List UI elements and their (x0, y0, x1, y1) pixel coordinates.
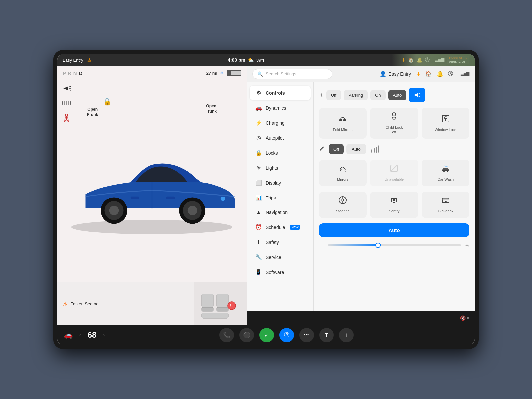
charging-nav-icon: ⚡ (255, 120, 262, 126)
child-lock-label: Child Lockoff (386, 125, 403, 135)
window-lock-card[interactable]: Window Lock (422, 108, 469, 139)
header-right: 👤 Easy Entry ⬇ 🏠 🔔 Ⓑ ▁▃▅▇ (380, 71, 469, 77)
wiper-speed-4[interactable] (378, 145, 379, 153)
sidebar-item-software[interactable]: 📱Software (250, 265, 311, 279)
locks-nav-label: Locks (266, 150, 278, 156)
profile-icon-header: 👤 (380, 71, 386, 77)
lights-parking-btn[interactable]: Parking (344, 90, 368, 100)
svg-point-16 (188, 206, 197, 215)
sidebar-item-dynamics[interactable]: 🚗Dynamics (250, 101, 311, 115)
status-bar-center: 4:00 pm ⛅ 39°F (228, 57, 266, 63)
child-lock-icon (389, 112, 399, 123)
sidebar-item-charging[interactable]: ⚡Charging (250, 116, 311, 130)
autopilot-nav-icon: ◎ (255, 135, 262, 141)
sidebar-item-autopilot[interactable]: ◎Autopilot (250, 131, 311, 145)
sidebar-item-locks[interactable]: 🔒Locks (250, 146, 311, 160)
bluetooth-btn[interactable]: Ⓑ (279, 328, 294, 342)
brightness-low-icon: — (319, 243, 324, 248)
bottom-left-items: 🚗 ‹ 68 › (64, 331, 105, 340)
sidebar-item-trips[interactable]: 📊Trips (250, 191, 311, 205)
steering-card[interactable]: Steering (319, 192, 367, 218)
high-beam-btn[interactable] (409, 88, 425, 102)
camera-btn[interactable]: ⚫ (239, 328, 254, 342)
sidebar-item-safety[interactable]: ℹSafety (250, 235, 311, 249)
sidebar-item-lights[interactable]: ☀Lights (250, 161, 311, 175)
svg-rect-51 (393, 202, 395, 203)
wiper-speed-1[interactable] (371, 149, 372, 153)
status-bar-left: Easy Entry ⚠ (63, 57, 92, 63)
fold-mirrors-label: Fold Mirrors (333, 127, 353, 132)
software-nav-label: Software (266, 270, 284, 275)
safety-nav-label: Safety (266, 240, 279, 245)
svg-rect-24 (217, 307, 228, 311)
wipers-row: Off Auto (319, 144, 469, 154)
odometer: 68 (88, 331, 97, 340)
battery-bar (227, 70, 241, 76)
sidebar-item-schedule[interactable]: ⏰ScheduleNEW (250, 220, 311, 234)
svg-point-44 (342, 199, 344, 201)
seatbelt-warning: ⚠ Fasten Seatbelt (57, 282, 194, 325)
lights-on-btn[interactable]: On (370, 90, 385, 100)
seat-diagram: ! (194, 282, 247, 325)
window-lock-icon (441, 114, 450, 125)
steering-icon (338, 196, 347, 207)
search-box[interactable]: 🔍 Search Settings (252, 69, 332, 79)
lights-off-btn[interactable]: Off (326, 90, 341, 100)
svg-rect-54 (445, 201, 447, 202)
sidebar-item-controls[interactable]: ⚙Controls (250, 86, 311, 100)
wiper-speed-3[interactable] (376, 147, 377, 153)
sidebar-item-display[interactable]: ⬜Display (250, 176, 311, 190)
svg-line-30 (419, 96, 420, 97)
gear-r: R (68, 70, 71, 76)
locks-nav-icon: 🔒 (255, 150, 262, 156)
search-icon: 🔍 (257, 71, 263, 77)
lights-auto-btn[interactable]: Auto (388, 90, 407, 100)
main-content: P R N D 27 mi ❄ (57, 66, 475, 325)
phone-btn[interactable]: 📞 (219, 328, 234, 342)
fold-mirrors-card[interactable]: Fold Mirrors (319, 108, 367, 139)
charging-nav-label: Charging (266, 120, 285, 126)
sidebar-item-navigation[interactable]: ▲Navigation (250, 205, 311, 219)
warning-triangle-top: ⚠ (87, 57, 92, 63)
lights-nav-icon: ☀ (255, 165, 262, 171)
volume-x: × (467, 315, 469, 321)
wiper-auto-btn[interactable]: Auto (346, 144, 366, 154)
navigation-nav-icon: ▲ (255, 209, 262, 215)
mirrors-icon (338, 164, 347, 175)
auto-button[interactable]: Auto (319, 223, 469, 237)
navigation-nav-label: Navigation (266, 210, 288, 215)
autopilot-nav-label: Autopilot (266, 135, 284, 141)
sentry-card[interactable]: Sentry (370, 192, 418, 218)
warning-icon: ⚠ (63, 300, 68, 308)
unavailable-card: Unavailable (370, 160, 418, 186)
open-frunk-label[interactable]: Open Frunk (87, 107, 98, 117)
header-icons: ⬇ 🏠 🔔 Ⓑ ▁▃▅▇ (416, 71, 469, 77)
volume-icon: 🔇 (460, 315, 466, 321)
wiper-off-btn[interactable]: Off (329, 144, 344, 154)
brightness-thumb[interactable] (375, 243, 381, 248)
volume-control[interactable]: 🔇 × (460, 315, 469, 321)
svg-line-39 (391, 165, 397, 172)
sidebar-item-service[interactable]: 🔧Service (250, 250, 311, 264)
open-trunk-label[interactable]: Open Trunk (206, 104, 217, 114)
svg-rect-31 (339, 119, 342, 121)
mirrors-card[interactable]: Mirrors (319, 160, 367, 186)
wiper-speed-2[interactable] (374, 148, 375, 153)
more-btn[interactable]: ••• (299, 328, 314, 342)
glovebox-card[interactable]: Glovebox (422, 192, 469, 218)
bluetooth-icon-header: Ⓑ (448, 71, 453, 77)
mirrors-label: Mirrors (337, 177, 348, 182)
left-panel: P R N D 27 mi ❄ (57, 66, 247, 325)
weather-icon: ⛅ (248, 57, 254, 63)
trips-nav-icon: 📊 (255, 195, 262, 201)
gear-p: P (63, 70, 66, 76)
confirm-btn[interactable]: ✓ (259, 328, 274, 342)
car-wash-card[interactable]: Car Wash (422, 160, 469, 186)
schedule-nav-icon: ⏰ (255, 224, 262, 230)
easy-entry-badge: 👤 Easy Entry (380, 71, 411, 77)
brightness-slider[interactable] (328, 244, 461, 246)
info-btn[interactable]: i (339, 328, 354, 342)
text-btn[interactable]: T (319, 328, 334, 342)
car-wash-label: Car Wash (438, 177, 454, 182)
child-lock-card[interactable]: Child Lockoff (370, 108, 418, 139)
